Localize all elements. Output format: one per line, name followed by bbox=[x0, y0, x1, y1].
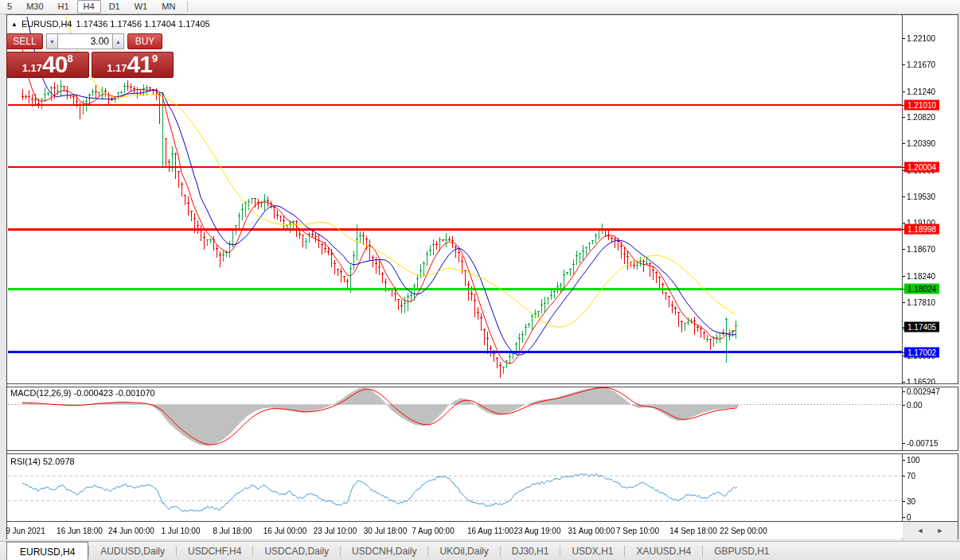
price-level-tag: 1.18998 bbox=[904, 224, 939, 235]
macd-axis-label: -0.00715 bbox=[907, 439, 938, 448]
macd-axis-label: 0.00 bbox=[907, 401, 922, 410]
chart-tab-USDCAD[interactable]: USDCAD,Daily bbox=[253, 542, 340, 560]
rsi-panel-divider[interactable] bbox=[7, 450, 958, 454]
chart-tab-GBPUSD[interactable]: GBPUSD,H1 bbox=[703, 542, 780, 560]
chart-tab-USDCNH[interactable]: USDCNH,Daily bbox=[341, 542, 427, 560]
chart-tab-USDCHF[interactable]: USDCHF,H4 bbox=[177, 542, 252, 560]
price-axis-label: 1.22100 bbox=[907, 34, 935, 43]
price-axis-label: 1.18670 bbox=[907, 245, 935, 254]
scroll-left-icon[interactable]: ◄ bbox=[917, 527, 924, 535]
price-level-tag: 1.17405 bbox=[904, 322, 939, 332]
time-axis-label: 31 Aug 00:00 bbox=[568, 527, 615, 535]
price-axis-label: 1.21670 bbox=[907, 60, 935, 69]
price-level-tag: 1.17002 bbox=[904, 348, 939, 358]
chart-ohlc-values: 1.17436 1.17456 1.17404 1.17405 bbox=[76, 19, 210, 29]
scroll-right-icon[interactable]: ► bbox=[937, 527, 944, 535]
time-axis-label: 22 Sep 00:00 bbox=[720, 527, 767, 535]
sell-price-big-digits: 40 bbox=[42, 52, 67, 76]
collapse-triangle-icon[interactable]: ▲ bbox=[11, 21, 18, 28]
volume-decrease-icon[interactable]: ▼ bbox=[46, 33, 58, 49]
rsi-panel-bottom-border bbox=[7, 521, 958, 522]
chart-tab-DJ30[interactable]: DJ30,H1 bbox=[501, 542, 560, 560]
one-click-trading-widget: SELL ▼ ▲ BUY 1.17 40 8 1.17 41 9 bbox=[6, 33, 174, 78]
time-axis-label: 9 Jun 2021 bbox=[6, 527, 45, 535]
macd-axis-label: 0.002947 bbox=[907, 387, 940, 396]
macd-panel-divider[interactable] bbox=[7, 383, 958, 387]
chart-title: EURUSD,H4 bbox=[21, 19, 72, 29]
price-axis-label: 1.21240 bbox=[907, 88, 935, 96]
volume-input[interactable] bbox=[58, 33, 112, 49]
rsi-axis-label: 100 bbox=[907, 456, 920, 465]
price-level-tag: 1.20004 bbox=[904, 162, 939, 173]
buy-price-display[interactable]: 1.17 41 9 bbox=[92, 52, 174, 78]
rsi-axis-label: 0 bbox=[907, 513, 911, 522]
buy-price-pip-digit: 9 bbox=[152, 55, 158, 63]
price-level-tag: 1.21010 bbox=[904, 100, 939, 111]
time-axis-label: 30 Jul 18:00 bbox=[364, 527, 408, 535]
time-axis-label: 16 Jul 00:00 bbox=[263, 527, 307, 535]
chart-tab-UKOil[interactable]: UKOil,Daily bbox=[428, 542, 499, 560]
price-level-tag: 1.18024 bbox=[904, 284, 939, 294]
time-axis-label: 16 Jun 18:00 bbox=[57, 527, 103, 535]
time-axis-label: 23 Jul 10:00 bbox=[314, 527, 357, 535]
buy-button[interactable]: BUY bbox=[127, 33, 162, 49]
time-axis-label: 7 Sep 10:00 bbox=[616, 527, 659, 535]
rsi-indicator-label: RSI(14) 52.0978 bbox=[10, 457, 75, 466]
chart-symbol-header: ▲ EURUSD,H4 1.17436 1.17456 1.17404 1.17… bbox=[11, 19, 210, 29]
chart-tab-XAUUSD[interactable]: XAUUSD,H4 bbox=[625, 542, 702, 560]
chart-tab-bar: EURUSD,H4AUDUSD,DailyUSDCHF,H4USDCAD,Dai… bbox=[0, 541, 960, 560]
time-axis-label: 16 Aug 11:00 bbox=[467, 527, 513, 535]
sell-button[interactable]: SELL bbox=[6, 33, 43, 49]
time-axis-label: 24 Jun 00:00 bbox=[108, 527, 154, 535]
chart-tab-EURUSD[interactable]: EURUSD,H4 bbox=[6, 542, 88, 560]
time-axis-label: 1 Jul 10:00 bbox=[162, 527, 201, 535]
volume-increase-icon[interactable]: ▲ bbox=[112, 33, 124, 49]
time-axis[interactable]: 9 Jun 202116 Jun 18:0024 Jun 00:001 Jul … bbox=[7, 522, 902, 539]
sell-price-pip-digit: 8 bbox=[67, 55, 72, 63]
price-axis-label: 1.19530 bbox=[907, 192, 935, 201]
price-axis-label: 1.17810 bbox=[907, 298, 935, 307]
macd-indicator-label: MACD(12,26,9) -0.000423 -0.001070 bbox=[10, 388, 155, 398]
sell-price-prefix: 1.17 bbox=[22, 60, 42, 76]
price-axis-label: 1.20820 bbox=[907, 113, 935, 122]
time-axis-label: 23 Aug 19:00 bbox=[514, 527, 561, 535]
time-axis-label: 14 Sep 18:00 bbox=[669, 527, 717, 535]
rsi-axis-label: 30 bbox=[907, 497, 915, 506]
sell-price-display[interactable]: 1.17 40 8 bbox=[6, 52, 89, 78]
price-axis-border bbox=[902, 15, 903, 522]
rsi-axis-label: 70 bbox=[907, 472, 915, 480]
price-axis-label: 1.20390 bbox=[907, 139, 935, 148]
time-axis-label: 7 Aug 00:00 bbox=[412, 527, 454, 535]
chart-tab-USDX[interactable]: USDX,H1 bbox=[560, 542, 624, 560]
time-axis-corner: ◄ ► bbox=[903, 522, 958, 539]
time-axis-label: 8 Jul 18:00 bbox=[213, 527, 252, 535]
chart-canvas[interactable] bbox=[0, 0, 960, 560]
price-axis-label: 1.18240 bbox=[907, 272, 935, 281]
buy-price-big-digits: 41 bbox=[127, 52, 152, 76]
chart-tab-AUDUSD[interactable]: AUDUSD,Daily bbox=[89, 542, 176, 560]
buy-price-prefix: 1.17 bbox=[107, 60, 127, 76]
